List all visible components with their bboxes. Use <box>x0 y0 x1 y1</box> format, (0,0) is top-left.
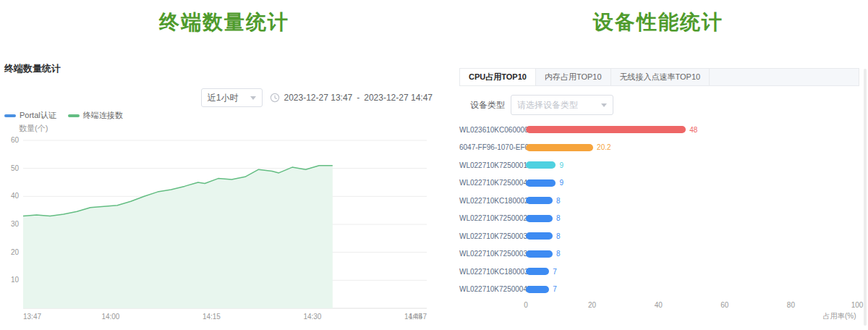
left-page-title: 终端数量统计 <box>0 9 448 36</box>
chevron-down-icon <box>250 96 256 100</box>
bar-row: WL022710K7250003698 <box>459 245 859 263</box>
bar-value-label: 8 <box>556 197 561 205</box>
bar-value-label: 7 <box>553 268 557 276</box>
x-tick-label: 14:30 <box>303 313 321 321</box>
device-type-select[interactable]: 请选择设备类型 <box>511 95 613 115</box>
x-tick-label: 20 <box>588 301 596 309</box>
x-tick-label: 80 <box>787 301 795 309</box>
bar <box>526 250 553 258</box>
bar-row: WL022710K7250002728 <box>459 210 859 228</box>
x-tick-label: 0 <box>524 301 528 309</box>
x-tick-label: 60 <box>720 301 728 309</box>
legend-item-terminal[interactable]: 终端连接数 <box>68 110 123 121</box>
chevron-down-icon <box>601 103 607 107</box>
bar-value-label: 48 <box>689 126 697 134</box>
left-chart-controls: 近1小时 2023-12-27 13:47 - 2023-12-27 14:47 <box>0 88 433 107</box>
legend-marker-portal <box>4 114 16 117</box>
bar <box>526 268 549 275</box>
bar-row: WL022710K7250001029 <box>459 156 859 174</box>
bar-value-label: 20.2 <box>597 143 610 151</box>
performance-tabs: CPU占用TOP10 内存占用TOP10 无线接入点速率TOP10 <box>459 68 859 86</box>
x-axis-unit-label: 占用率(%) <box>823 311 856 321</box>
date-range-picker[interactable]: 2023-12-27 13:47 - 2023-12-27 14:47 <box>270 93 433 103</box>
device-type-filter: 设备类型 请选择设备类型 <box>470 95 613 115</box>
bar-category-label: WL022710KC18000280 <box>459 197 526 205</box>
legend-label-terminal: 终端连接数 <box>83 110 123 121</box>
x-tick-label: 40 <box>655 301 663 309</box>
x-tick-label: 14:00 <box>101 313 119 321</box>
device-type-label: 设备类型 <box>470 99 505 111</box>
bar-category-label: WL022710KC18000372 <box>459 268 526 276</box>
bar-row: 6047-FF96-1070-EF0A20.2 <box>459 139 859 157</box>
bar-row: WL022710K7250003078 <box>459 227 859 245</box>
bar-row: WL022710K7250004707 <box>459 281 859 299</box>
bar-category-label: WL022710K725000369 <box>459 250 526 258</box>
bar <box>526 144 593 151</box>
bar-category-label: WL022710K725000409 <box>459 179 526 187</box>
bar <box>526 197 553 204</box>
bar-row: WL022710KC180002808 <box>459 192 859 210</box>
bar-value-label: 9 <box>559 161 563 169</box>
date-end: 2023-12-27 14:47 <box>364 93 433 103</box>
legend-label-portal: Portal认证 <box>20 110 56 121</box>
line-chart-legend: Portal认证 终端连接数 <box>4 110 123 121</box>
bar <box>526 126 686 133</box>
area-series-fill <box>23 166 333 308</box>
bar <box>526 179 556 187</box>
y-tick-label: 40 <box>11 192 20 200</box>
bar-value-label: 7 <box>553 285 557 293</box>
date-start: 2023-12-27 13:47 <box>284 93 353 103</box>
bar <box>526 215 553 222</box>
bar-row: WL022710KC180003727 <box>459 263 859 281</box>
clock-icon <box>270 93 280 103</box>
x-tick-label: 14:15 <box>203 313 221 321</box>
date-separator: - <box>357 93 359 103</box>
bar-value-label: 8 <box>556 232 561 240</box>
bar-category-label: WL022710K725000272 <box>459 214 526 222</box>
cpu-usage-bar-chart: WL023610KC06000043486047-FF96-1070-EF0A2… <box>459 121 859 298</box>
bar <box>526 286 549 293</box>
scrollbar[interactable] <box>864 69 867 326</box>
y-tick-label: 50 <box>11 164 20 172</box>
bar-category-label: WL022710K725000470 <box>459 285 526 293</box>
tab-ap-rate-top10[interactable]: 无线接入点速率TOP10 <box>611 69 710 85</box>
y-tick-label: 20 <box>11 248 20 256</box>
bar-value-label: 9 <box>559 179 563 187</box>
time-range-select[interactable]: 近1小时 <box>201 88 263 107</box>
legend-item-portal[interactable]: Portal认证 <box>4 110 56 121</box>
y-tick-label: 30 <box>11 220 20 228</box>
device-type-placeholder: 请选择设备类型 <box>517 99 578 111</box>
legend-marker-terminal <box>68 114 80 117</box>
x-tick-label: 13:47 <box>23 313 41 321</box>
y-tick-label: 10 <box>11 276 20 284</box>
dashboard: 终端数量统计 终端数量统计 近1小时 2023-12-27 13:47 - 20… <box>0 0 868 330</box>
time-range-value: 近1小时 <box>208 92 239 104</box>
bar <box>526 161 556 169</box>
x-tick-label: 100 <box>851 301 864 309</box>
bar-chart-x-axis: 020406080100 <box>526 301 857 311</box>
tab-cpu-top10[interactable]: CPU占用TOP10 <box>460 69 536 85</box>
left-card-title: 终端数量统计 <box>4 62 61 75</box>
bar-category-label: WL023610KC06000043 <box>459 126 526 134</box>
bar-category-label: WL022710K725000102 <box>459 161 526 169</box>
bar <box>526 232 553 240</box>
bar-category-label: 6047-FF96-1070-EF0A <box>459 143 526 151</box>
right-page-title: 设备性能统计 <box>448 9 868 36</box>
bar-category-label: WL022710K725000307 <box>459 232 526 240</box>
bar-value-label: 8 <box>556 250 561 258</box>
bar-row: WL022710K7250004099 <box>459 174 859 192</box>
terminal-count-line-chart: 10203040506013:4714:0014:1514:3014:4514:… <box>3 133 433 324</box>
x-tick-label: 14:47 <box>409 313 427 321</box>
tab-memory-top10[interactable]: 内存占用TOP10 <box>536 69 611 85</box>
y-tick-label: 60 <box>11 136 20 144</box>
y-axis-label: 数量(个) <box>19 123 48 134</box>
bar-row: WL023610KC0600004348 <box>459 121 859 139</box>
bar-value-label: 8 <box>556 214 561 222</box>
